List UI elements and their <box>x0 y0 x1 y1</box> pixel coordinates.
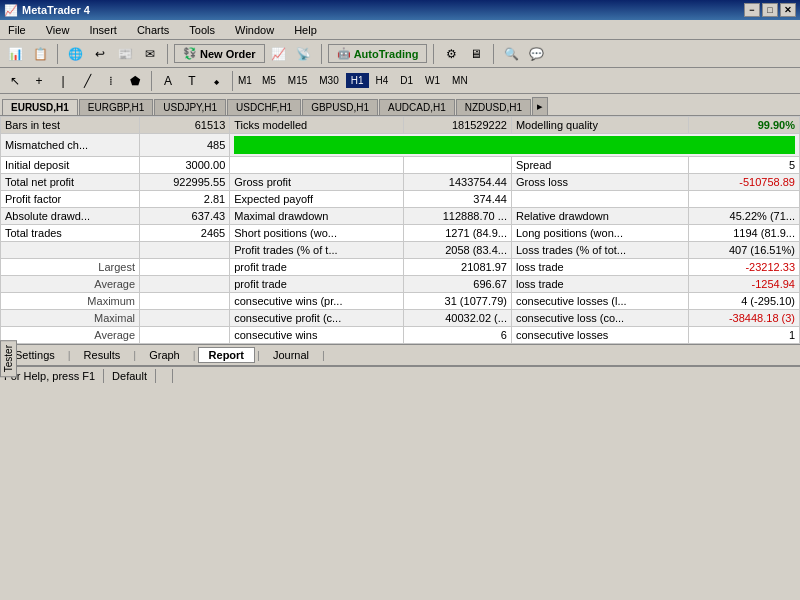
status-sep3 <box>172 369 173 383</box>
menu-window[interactable]: Window <box>231 22 278 38</box>
tab-sep3: | <box>191 349 198 361</box>
drawing-toolbar: ↖ + | ╱ ⁞ ⬟ A T ⬥ M1 M5 M15 M30 H1 H4 D1… <box>0 68 800 94</box>
tab-sep5: | <box>320 349 327 361</box>
crosshair-tool[interactable]: + <box>28 70 50 92</box>
tab-journal[interactable]: Journal <box>262 347 320 363</box>
absdraw-label: Absolute drawd... <box>1 208 140 225</box>
bars-value: 61513 <box>140 117 230 134</box>
indicator-tool[interactable]: ⬥ <box>205 70 227 92</box>
new-order-icon: 💱 <box>183 47 197 60</box>
autotrading-icon: 🤖 <box>337 47 351 60</box>
tab-usdjpy-h1[interactable]: USDJPY,H1 <box>154 99 226 115</box>
minimize-button[interactable]: − <box>744 3 760 17</box>
market-watch-btn[interactable]: 📈 <box>268 43 290 65</box>
history-btn[interactable]: ↩ <box>89 43 111 65</box>
tab-results[interactable]: Results <box>73 347 132 363</box>
tab-report[interactable]: Report <box>198 347 255 363</box>
report-table: Bars in test 61513 Ticks modelled 181529… <box>0 116 800 344</box>
empty9 <box>140 293 230 310</box>
menu-view[interactable]: View <box>42 22 74 38</box>
period-h1[interactable]: H1 <box>346 73 369 88</box>
new-order-button[interactable]: 💱 New Order <box>174 44 265 63</box>
help-text: For Help, press F1 <box>4 370 95 382</box>
maxconprofit-value: 40032.02 (... <box>403 310 511 327</box>
period-h4[interactable]: H4 <box>371 73 394 88</box>
shapes-tool[interactable]: ⬟ <box>124 70 146 92</box>
tab-sep1: | <box>66 349 73 361</box>
news-btn[interactable]: 📰 <box>114 43 136 65</box>
period-m30[interactable]: M30 <box>314 73 343 88</box>
period-m5[interactable]: M5 <box>257 73 281 88</box>
tab-audcad-h1[interactable]: AUDCAD,H1 <box>379 99 455 115</box>
title-bar-left: 📈 MetaTrader 4 <box>4 4 90 17</box>
maxconwins-label: consecutive wins (pr... <box>230 293 403 310</box>
tab-usdchf-h1[interactable]: USDCHF,H1 <box>227 99 301 115</box>
largestloss-value: -23212.33 <box>688 259 799 276</box>
period-sep-tool[interactable]: ⁞ <box>100 70 122 92</box>
avgloss-label: loss trade <box>511 276 688 293</box>
tab-graph[interactable]: Graph <box>138 347 191 363</box>
table-row: Maximum consecutive wins (pr... 31 (1077… <box>1 293 800 310</box>
menu-bar: File View Insert Charts Tools Window Hel… <box>0 20 800 40</box>
avgconlosses-value: 1 <box>688 327 799 344</box>
chart-tab-strip: EURUSD,H1 EURGBP,H1 USDJPY,H1 USDCHF,H1 … <box>0 94 800 116</box>
tab-gbpusd-h1[interactable]: GBPUSD,H1 <box>302 99 378 115</box>
bars-label: Bars in test <box>1 117 140 134</box>
avgconlosses-label: consecutive losses <box>511 327 688 344</box>
menu-charts[interactable]: Charts <box>133 22 173 38</box>
period-m15[interactable]: M15 <box>283 73 312 88</box>
chat-btn[interactable]: 💬 <box>525 43 547 65</box>
status-sep2 <box>155 369 156 383</box>
empty6 <box>140 242 230 259</box>
table-row: Maximal consecutive profit (c... 40032.0… <box>1 310 800 327</box>
spread-value: 5 <box>688 157 799 174</box>
period-w1[interactable]: W1 <box>420 73 445 88</box>
payoff-label: Expected payoff <box>230 191 403 208</box>
strategy-tester-btn[interactable]: ⚙ <box>440 43 462 65</box>
sep2 <box>167 44 168 64</box>
line-tool[interactable]: | <box>52 70 74 92</box>
connect-btn[interactable]: 🌐 <box>64 43 86 65</box>
mail-btn[interactable]: ✉ <box>139 43 161 65</box>
cursor-tool[interactable]: ↖ <box>4 70 26 92</box>
tab-eurusd-h1[interactable]: EURUSD,H1 <box>2 99 78 115</box>
trendline-tool[interactable]: ╱ <box>76 70 98 92</box>
tab-nzdusd-h1[interactable]: NZDUSD,H1 <box>456 99 531 115</box>
period-mn[interactable]: MN <box>447 73 473 88</box>
deposit-label: Initial deposit <box>1 157 140 174</box>
avgconwins-value: 6 <box>403 327 511 344</box>
text-tool[interactable]: A <box>157 70 179 92</box>
tab-sep2: | <box>131 349 138 361</box>
zoom-tool[interactable]: T <box>181 70 203 92</box>
tab-scroll-right[interactable]: ▸ <box>532 97 548 115</box>
profitfactor-label: Profit factor <box>1 191 140 208</box>
maximize-button[interactable]: □ <box>762 3 778 17</box>
grossprofit-label: Gross profit <box>230 174 403 191</box>
search-btn[interactable]: 🔍 <box>500 43 522 65</box>
largestloss-label: loss trade <box>511 259 688 276</box>
menu-tools[interactable]: Tools <box>185 22 219 38</box>
tab-eurgbp-h1[interactable]: EURGBP,H1 <box>79 99 154 115</box>
close-button[interactable]: ✕ <box>780 3 796 17</box>
maxconlosses-value: 4 (-295.10) <box>688 293 799 310</box>
empty5 <box>1 242 140 259</box>
menu-insert[interactable]: Insert <box>85 22 121 38</box>
table-row: Bars in test 61513 Ticks modelled 181529… <box>1 117 800 134</box>
tester-side-label[interactable]: Tester <box>0 340 17 377</box>
signals-btn[interactable]: 📡 <box>293 43 315 65</box>
avgloss-value: -1254.94 <box>688 276 799 293</box>
menu-help[interactable]: Help <box>290 22 321 38</box>
maxdraw-value: 112888.70 ... <box>403 208 511 225</box>
quality-bar <box>234 136 795 154</box>
terminal-btn[interactable]: 🖥 <box>465 43 487 65</box>
totaltrades-label: Total trades <box>1 225 140 242</box>
new-chart-btn[interactable]: 📊 <box>4 43 26 65</box>
profiles-btn[interactable]: 📋 <box>29 43 51 65</box>
payoff-value: 374.44 <box>403 191 511 208</box>
avgprofit-value: 696.67 <box>403 276 511 293</box>
reldraw-label: Relative drawdown <box>511 208 688 225</box>
menu-file[interactable]: File <box>4 22 30 38</box>
period-d1[interactable]: D1 <box>395 73 418 88</box>
maxconprofit-label: consecutive profit (c... <box>230 310 403 327</box>
autotrading-button[interactable]: 🤖 AutoTrading <box>328 44 428 63</box>
